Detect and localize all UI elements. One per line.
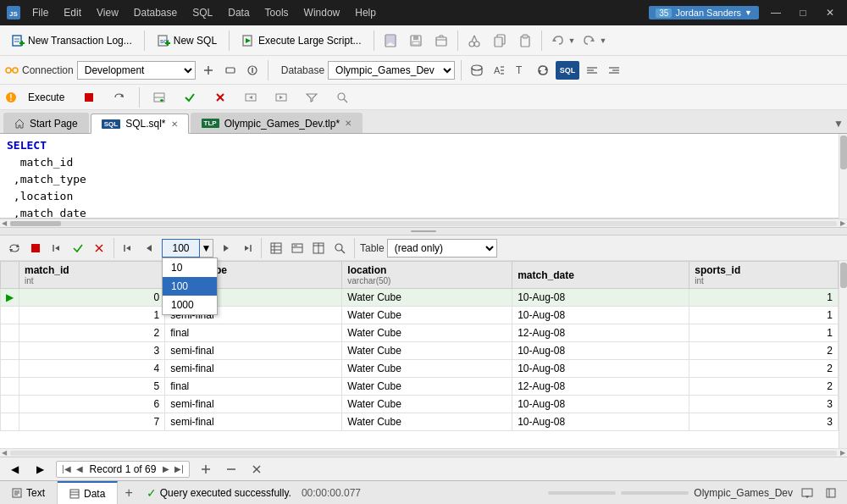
search-button[interactable] (329, 87, 356, 108)
cell-location[interactable]: Water Cube (342, 289, 512, 307)
db-align-icon-1[interactable] (583, 61, 601, 80)
cell-match_type[interactable]: final (165, 378, 342, 396)
filter-button[interactable] (298, 87, 325, 108)
undo-dropdown[interactable]: ▼ (568, 36, 576, 45)
cell-match_type[interactable]: semi-final (165, 360, 342, 378)
db-icon-3[interactable]: T (512, 61, 530, 80)
page-size-dropdown-btn[interactable]: ▼ (200, 239, 213, 258)
new-sql-button[interactable]: SQL New SQL (149, 29, 224, 53)
tabs-overflow-button[interactable]: ▼ (830, 114, 847, 133)
execute-button[interactable]: Execute (20, 87, 72, 108)
page-option-100[interactable]: 100 (163, 277, 217, 296)
toolbar-icon-c[interactable] (429, 29, 453, 53)
editor-scrollbar-v[interactable] (839, 134, 847, 219)
tab-sql[interactable]: SQL SQL.sql* ✕ (91, 114, 189, 134)
bottom-tab-data[interactable]: Data (58, 481, 118, 505)
menu-database[interactable]: Database (127, 3, 184, 22)
cell-match_date[interactable]: 10-Aug-08 (512, 413, 689, 431)
status-icon-2[interactable] (822, 484, 840, 502)
statusbar-next-btn[interactable]: ▶ (30, 460, 49, 479)
nav-prev-btn[interactable] (141, 239, 159, 258)
cell-match_type[interactable]: semi-final (165, 396, 342, 413)
conn-icon-3[interactable] (243, 61, 262, 80)
toolbar-icon-b[interactable] (404, 29, 428, 53)
statusbar-prev-btn[interactable]: ◀ (5, 460, 24, 479)
statusbar-cancel-btn[interactable] (247, 460, 266, 479)
page-option-1000[interactable]: 1000 (163, 296, 217, 314)
tab-tlp[interactable]: TLP Olympic_Games_Dev.tlp* ✕ (191, 113, 363, 133)
cell-sports_id[interactable]: 1 (689, 289, 839, 307)
cell-match_id[interactable]: 1 (19, 307, 165, 324)
grid-view-btn[interactable] (267, 239, 285, 258)
rec-first-btn[interactable]: |◀ (60, 464, 73, 474)
rec-next-btn[interactable]: ▶ (161, 464, 171, 474)
cell-sports_id[interactable]: 1 (689, 324, 839, 342)
cell-location[interactable]: Water Cube (342, 342, 512, 360)
cell-match_date[interactable]: 10-Aug-08 (512, 307, 689, 324)
commit-button[interactable] (176, 87, 203, 108)
maximize-button[interactable]: □ (793, 3, 813, 23)
results-refresh-btn[interactable] (5, 239, 24, 258)
cell-match_id[interactable]: 6 (19, 396, 165, 413)
search-results-btn[interactable] (330, 239, 349, 258)
cell-match_id[interactable]: 2 (19, 324, 165, 342)
minimize-button[interactable]: — (766, 3, 786, 23)
results-stop-btn[interactable] (26, 239, 45, 258)
menu-file[interactable]: File (25, 3, 55, 22)
toolbar-undo[interactable] (546, 29, 570, 53)
menu-view[interactable]: View (90, 3, 125, 22)
conn-icon-2[interactable] (221, 61, 240, 80)
cell-sports_id[interactable]: 3 (689, 413, 839, 431)
redo-dropdown[interactable]: ▼ (599, 36, 606, 45)
scroll-left-icon[interactable]: ◀ (0, 219, 8, 228)
cell-match_date[interactable]: 12-Aug-08 (512, 378, 689, 396)
cell-match_id[interactable]: 5 (19, 378, 165, 396)
data-grid-container[interactable]: match_id int match_type varchar(50) loca… (0, 261, 839, 448)
execute-large-button[interactable]: Execute Large Script... (234, 29, 368, 53)
cell-match_id[interactable]: 7 (19, 413, 165, 431)
add-tab-button[interactable]: + (118, 485, 139, 501)
sql-tab-close[interactable]: ✕ (171, 119, 178, 129)
cell-sports_id[interactable]: 3 (689, 396, 839, 413)
cell-location[interactable]: Water Cube (342, 324, 512, 342)
nav-first-btn[interactable] (119, 239, 138, 258)
toolbar-paste[interactable] (513, 29, 537, 53)
cell-location[interactable]: Water Cube (342, 396, 512, 413)
menu-window[interactable]: Window (297, 3, 347, 22)
tlp-tab-close[interactable]: ✕ (345, 119, 352, 128)
cell-sports_id[interactable]: 2 (689, 378, 839, 396)
sql-mode-icon[interactable]: SQL (556, 61, 579, 80)
toolbar-icon-a[interactable] (379, 29, 402, 53)
cell-match_id[interactable]: 4 (19, 360, 165, 378)
cell-location[interactable]: Water Cube (342, 360, 512, 378)
cell-sports_id[interactable]: 1 (689, 307, 839, 324)
column-view-btn[interactable] (309, 239, 328, 258)
rec-prev-btn[interactable]: ◀ (75, 464, 85, 474)
cell-match_type[interactable]: semi-final (165, 413, 342, 431)
cell-match_date[interactable]: 12-Aug-08 (512, 324, 689, 342)
cell-match_id[interactable]: 3 (19, 342, 165, 360)
db-icon-2[interactable]: A (490, 61, 508, 80)
cell-location[interactable]: Water Cube (342, 378, 512, 396)
new-transaction-button[interactable]: New Transaction Log... (3, 29, 140, 53)
page-option-10[interactable]: 10 (163, 258, 217, 277)
scroll-right-icon[interactable]: ▶ (839, 219, 847, 228)
results-commit-btn[interactable] (69, 239, 87, 258)
import-button[interactable] (237, 87, 264, 108)
results-rollback-btn[interactable] (90, 239, 108, 258)
db-icon-4[interactable] (534, 61, 552, 80)
tab-start-page[interactable]: Start Page (3, 113, 89, 133)
menu-help[interactable]: Help (348, 3, 383, 22)
toolbar-copy[interactable] (488, 29, 512, 53)
stop-button[interactable] (75, 87, 102, 108)
grid-scrollbar-v[interactable] (839, 261, 847, 448)
connection-select[interactable]: Development (77, 61, 196, 80)
add-row-button[interactable] (146, 87, 173, 108)
user-dropdown-icon[interactable]: ▼ (745, 8, 752, 17)
cell-sports_id[interactable]: 2 (689, 342, 839, 360)
refresh-button[interactable] (106, 87, 133, 108)
nav-next-btn[interactable] (216, 239, 235, 258)
conn-icon-1[interactable] (199, 61, 218, 80)
results-first-btn[interactable] (47, 239, 66, 258)
cell-location[interactable]: Water Cube (342, 307, 512, 324)
